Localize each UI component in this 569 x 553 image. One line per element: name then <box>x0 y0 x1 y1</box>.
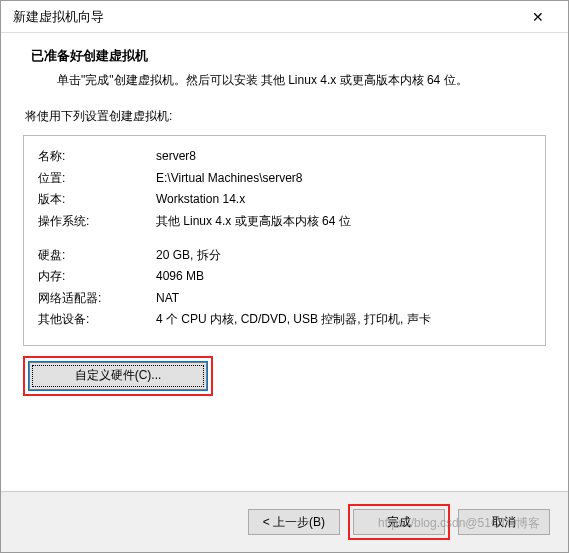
customize-hardware-label: 自定义硬件(C)... <box>75 367 162 384</box>
row-version: 版本: Workstation 14.x <box>38 189 531 211</box>
row-disk: 硬盘: 20 GB, 拆分 <box>38 245 531 267</box>
back-button[interactable]: < 上一步(B) <box>248 509 340 535</box>
close-button[interactable]: ✕ <box>518 1 558 33</box>
customize-highlight: 自定义硬件(C)... <box>23 356 213 396</box>
wizard-header: 已准备好创建虚拟机 单击"完成"创建虚拟机。然后可以安装 其他 Linux 4.… <box>1 33 568 108</box>
value-disk: 20 GB, 拆分 <box>156 245 531 267</box>
value-memory: 4096 MB <box>156 266 531 288</box>
page-description: 单击"完成"创建虚拟机。然后可以安装 其他 Linux 4.x 或更高版本内核 … <box>31 71 538 90</box>
cancel-button[interactable]: 取消 <box>458 509 550 535</box>
settings-subheading: 将使用下列设置创建虚拟机: <box>25 108 546 125</box>
window-title: 新建虚拟机向导 <box>13 8 104 26</box>
row-network: 网络适配器: NAT <box>38 288 531 310</box>
value-network: NAT <box>156 288 531 310</box>
finish-button[interactable]: 完成 <box>353 509 445 535</box>
label-network: 网络适配器: <box>38 288 156 310</box>
value-os: 其他 Linux 4.x 或更高版本内核 64 位 <box>156 211 531 233</box>
back-button-label: < 上一步(B) <box>263 514 325 531</box>
wizard-footer: < 上一步(B) 完成 取消 https://blog.csdn@51CTO博客 <box>1 491 568 552</box>
finish-highlight: 完成 <box>348 504 450 540</box>
value-other: 4 个 CPU 内核, CD/DVD, USB 控制器, 打印机, 声卡 <box>156 309 531 331</box>
label-location: 位置: <box>38 168 156 190</box>
row-memory: 内存: 4096 MB <box>38 266 531 288</box>
label-os: 操作系统: <box>38 211 156 233</box>
finish-button-label: 完成 <box>387 514 411 531</box>
row-os: 操作系统: 其他 Linux 4.x 或更高版本内核 64 位 <box>38 211 531 233</box>
row-name: 名称: server8 <box>38 146 531 168</box>
titlebar: 新建虚拟机向导 ✕ <box>1 1 568 33</box>
label-other: 其他设备: <box>38 309 156 331</box>
value-version: Workstation 14.x <box>156 189 531 211</box>
wizard-content: 将使用下列设置创建虚拟机: 名称: server8 位置: E:\Virtual… <box>1 108 568 491</box>
wizard-window: 新建虚拟机向导 ✕ 已准备好创建虚拟机 单击"完成"创建虚拟机。然后可以安装 其… <box>0 0 569 553</box>
label-version: 版本: <box>38 189 156 211</box>
value-location: E:\Virtual Machines\server8 <box>156 168 531 190</box>
cancel-button-label: 取消 <box>492 514 516 531</box>
settings-summary: 名称: server8 位置: E:\Virtual Machines\serv… <box>23 135 546 346</box>
label-memory: 内存: <box>38 266 156 288</box>
label-name: 名称: <box>38 146 156 168</box>
page-heading: 已准备好创建虚拟机 <box>31 47 538 65</box>
value-name: server8 <box>156 146 531 168</box>
customize-hardware-button[interactable]: 自定义硬件(C)... <box>29 362 207 390</box>
row-other: 其他设备: 4 个 CPU 内核, CD/DVD, USB 控制器, 打印机, … <box>38 309 531 331</box>
row-location: 位置: E:\Virtual Machines\server8 <box>38 168 531 190</box>
close-icon: ✕ <box>532 9 544 25</box>
customize-hardware-wrap: 自定义硬件(C)... <box>23 356 546 396</box>
label-disk: 硬盘: <box>38 245 156 267</box>
spacer <box>38 233 531 245</box>
